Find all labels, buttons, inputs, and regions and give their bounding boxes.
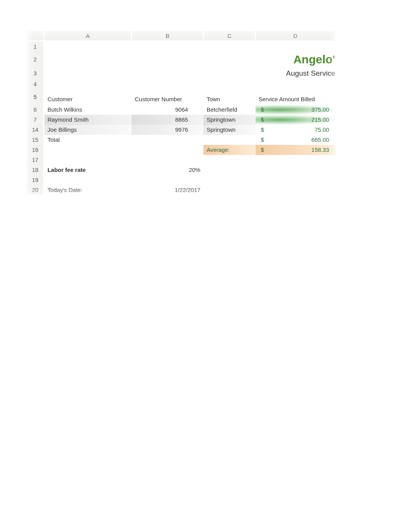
labor-fee-value[interactable]: 20% (132, 165, 203, 175)
cell[interactable] (132, 175, 203, 185)
average-amount[interactable]: $ 158.33 (256, 145, 335, 155)
corner-cell[interactable] (27, 31, 44, 41)
row-header[interactable]: 17 (27, 155, 44, 165)
grid: A B C D 1 2 Angelo' 3 August Service (27, 31, 336, 195)
amount-value: 75.00 (315, 126, 329, 133)
cell[interactable] (44, 175, 132, 185)
cell[interactable] (44, 41, 132, 51)
cell[interactable] (203, 185, 255, 195)
header-town[interactable]: Town (203, 89, 255, 105)
cell[interactable] (203, 41, 255, 51)
row-header[interactable]: 16 (27, 145, 44, 155)
currency-symbol: $ (259, 136, 264, 143)
row-1: 1 (27, 41, 335, 51)
row-header[interactable]: 20 (27, 185, 44, 195)
row-19: 19 (27, 175, 335, 185)
row-header[interactable]: 19 (27, 175, 44, 185)
row-3: 3 August Service (27, 68, 335, 79)
cell[interactable] (203, 165, 255, 175)
cell-customer-number[interactable]: 9976 (132, 125, 203, 135)
cell[interactable] (256, 185, 335, 195)
cell-amount[interactable]: $ 215.00 (256, 115, 335, 125)
amount-value: 375.00 (312, 106, 329, 113)
row-15: 15 Total $ 665.00 (27, 135, 335, 145)
col-header-A[interactable]: A (44, 31, 132, 41)
cell-town[interactable]: Springtown (203, 125, 255, 135)
col-header-D[interactable]: D (256, 31, 335, 41)
cell[interactable] (203, 79, 255, 89)
amount-value: 665.00 (312, 136, 329, 143)
labor-fee-label[interactable]: Labor fee rate (44, 165, 132, 175)
cell-town[interactable]: Betcherfield (203, 105, 255, 115)
row-header[interactable]: 4 (27, 79, 44, 89)
row-header[interactable]: 7 (27, 115, 44, 125)
row-header[interactable]: 6 (27, 105, 44, 115)
cell[interactable] (132, 135, 203, 145)
cell[interactable] (256, 175, 335, 185)
cell[interactable] (44, 79, 132, 89)
cell-customer[interactable]: Joe Billings (44, 125, 132, 135)
amount-value: 215.00 (312, 116, 329, 123)
row-header[interactable]: 3 (27, 68, 44, 79)
row-18: 18 Labor fee rate 20% (27, 165, 335, 175)
row-7: 7 Raymond Smith 8865 Springtown $ 215.00 (27, 115, 335, 125)
row-17: 17 (27, 155, 335, 165)
cell-town[interactable]: Springtown (203, 115, 255, 125)
cell[interactable] (132, 155, 203, 165)
cell[interactable] (203, 155, 255, 165)
currency-symbol: $ (259, 146, 264, 153)
row-header[interactable]: 2 (27, 51, 44, 68)
cell[interactable] (203, 175, 255, 185)
currency-symbol: $ (259, 126, 264, 133)
row-2: 2 Angelo' (27, 51, 335, 68)
cell-amount[interactable]: $ 375.00 (256, 105, 335, 115)
cell[interactable] (256, 79, 335, 89)
today-value[interactable]: 1/22/2017 (132, 185, 203, 195)
cell-amount[interactable]: $ 75.00 (256, 125, 335, 135)
header-customer-number[interactable]: Customer Number (132, 89, 203, 105)
subtitle-cell[interactable]: August Service (44, 68, 335, 79)
row-4: 4 (27, 79, 335, 89)
row-header[interactable]: 18 (27, 165, 44, 175)
cell-customer-number[interactable]: 9064 (132, 105, 203, 115)
currency-symbol: $ (259, 106, 264, 113)
total-amount[interactable]: $ 665.00 (256, 135, 335, 145)
cell[interactable] (256, 41, 335, 51)
row-5: 5 Customer Customer Number Town Service … (27, 89, 335, 105)
column-header-row: A B C D (27, 31, 335, 41)
col-header-C[interactable]: C (203, 31, 255, 41)
row-14: 14 Joe Billings 9976 Springtown $ 75.00 (27, 125, 335, 135)
header-customer[interactable]: Customer (44, 89, 132, 105)
row-header[interactable]: 14 (27, 125, 44, 135)
cell[interactable] (132, 79, 203, 89)
row-16: 16 Average: $ 158.33 (27, 145, 335, 155)
today-label[interactable]: Today's Date: (44, 185, 132, 195)
col-header-B[interactable]: B (132, 31, 203, 41)
cell-customer[interactable]: Butch Wilkins (44, 105, 132, 115)
total-label[interactable]: Total (44, 135, 132, 145)
spreadsheet: A B C D 1 2 Angelo' 3 August Service (27, 31, 336, 195)
cell-customer-number[interactable]: 8865 (132, 115, 203, 125)
cell-customer[interactable]: Raymond Smith (44, 115, 132, 125)
cell[interactable] (203, 135, 255, 145)
row-6: 6 Butch Wilkins 9064 Betcherfield $ 375.… (27, 105, 335, 115)
row-header[interactable]: 15 (27, 135, 44, 145)
cell[interactable] (256, 155, 335, 165)
currency-symbol: $ (259, 116, 264, 123)
row-header[interactable]: 1 (27, 41, 44, 51)
cell[interactable] (256, 165, 335, 175)
title-cell[interactable]: Angelo' (44, 51, 335, 68)
cell[interactable] (44, 155, 132, 165)
row-header[interactable]: 5 (27, 89, 44, 105)
cell[interactable] (132, 41, 203, 51)
row-20: 20 Today's Date: 1/22/2017 (27, 185, 335, 195)
header-service-amount[interactable]: Service Amount Billed (256, 89, 335, 105)
cell[interactable] (44, 145, 132, 155)
average-label[interactable]: Average: (203, 145, 255, 155)
amount-value: 158.33 (312, 146, 329, 153)
cell[interactable] (132, 145, 203, 155)
